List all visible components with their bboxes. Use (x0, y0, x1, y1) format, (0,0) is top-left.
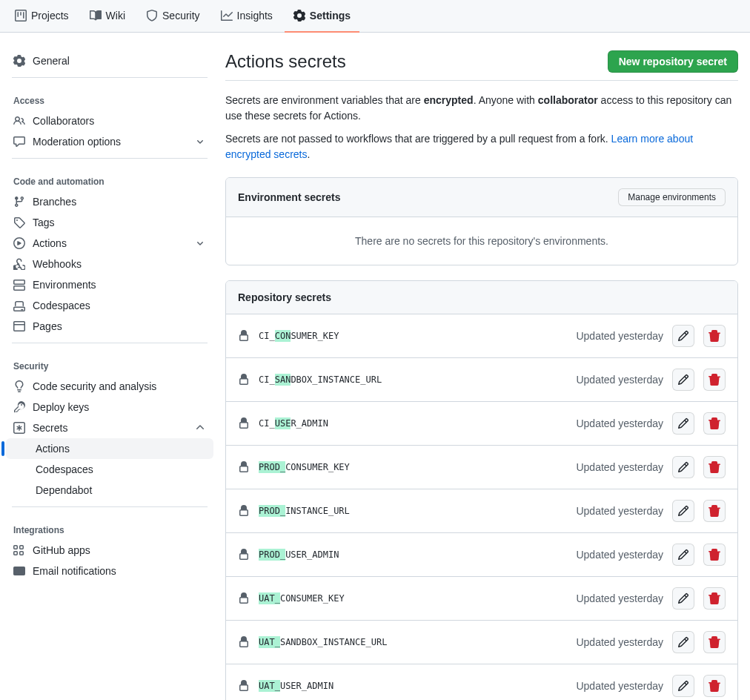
secret-name: CI_CONSUMER_KEY (259, 331, 339, 341)
graph-icon (221, 10, 233, 22)
server-icon (13, 279, 25, 291)
delete-secret-button[interactable] (703, 631, 726, 653)
new-repository-secret-button[interactable]: New repository secret (608, 50, 738, 73)
sidebar-secrets-actions[interactable]: Actions (6, 438, 213, 459)
sidebar-header-integrations: Integrations (6, 513, 213, 540)
delete-secret-button[interactable] (703, 675, 726, 697)
secret-name: PROD_USER_ADMIN (259, 549, 339, 560)
lock-icon (238, 330, 250, 342)
settings-sidebar: General Access Collaborators Moderation … (0, 33, 219, 700)
pencil-icon (677, 592, 689, 604)
trash-icon (708, 461, 720, 473)
codespaces-icon (13, 300, 25, 311)
tab-settings[interactable]: Settings (285, 0, 359, 33)
repo-tabs: Projects Wiki Security Insights Settings (0, 0, 750, 33)
chevron-up-icon (194, 422, 206, 434)
sidebar-actions[interactable]: Actions (6, 233, 213, 254)
delete-secret-button[interactable] (703, 500, 726, 522)
secret-updated: Updated yesterday (576, 505, 663, 517)
sidebar-collaborators[interactable]: Collaborators (6, 110, 213, 131)
sidebar-codespaces[interactable]: Codespaces (6, 295, 213, 316)
edit-secret-button[interactable] (672, 325, 694, 347)
delete-secret-button[interactable] (703, 544, 726, 566)
sidebar-tags[interactable]: Tags (6, 212, 213, 233)
secret-name: PROD_INSTANCE_URL (259, 506, 350, 516)
apps-icon (13, 544, 25, 556)
play-icon (13, 237, 25, 249)
edit-secret-button[interactable] (672, 369, 694, 391)
trash-icon (708, 417, 720, 429)
pencil-icon (677, 636, 689, 648)
pencil-icon (677, 417, 689, 429)
pencil-icon (677, 505, 689, 517)
delete-secret-button[interactable] (703, 369, 726, 391)
tab-wiki[interactable]: Wiki (81, 0, 134, 33)
chevron-down-icon (194, 136, 206, 148)
sidebar-general[interactable]: General (6, 50, 213, 71)
sidebar-branches[interactable]: Branches (6, 191, 213, 212)
secret-name: UAT_USER_ADMIN (259, 681, 333, 691)
tab-security[interactable]: Security (137, 0, 209, 33)
project-icon (15, 10, 27, 22)
sidebar-header-access: Access (6, 84, 213, 110)
sidebar-email-notifications[interactable]: Email notifications (6, 561, 213, 581)
sidebar-github-apps[interactable]: GitHub apps (6, 540, 213, 561)
secret-updated: Updated yesterday (576, 330, 663, 342)
env-secrets-empty: There are no secrets for this repository… (226, 217, 737, 265)
lock-icon (238, 680, 250, 692)
codescan-icon (13, 380, 25, 392)
delete-secret-button[interactable] (703, 412, 726, 435)
webhook-icon (13, 258, 25, 270)
secret-row: CI_CONSUMER_KEYUpdated yesterday (226, 314, 737, 357)
secret-name: CI_SANDBOX_INSTANCE_URL (259, 374, 382, 385)
key-icon (13, 401, 25, 413)
delete-secret-button[interactable] (703, 587, 726, 610)
lock-icon (238, 461, 250, 473)
sidebar-pages[interactable]: Pages (6, 316, 213, 337)
sidebar-webhooks[interactable]: Webhooks (6, 254, 213, 274)
delete-secret-button[interactable] (703, 456, 726, 478)
edit-secret-button[interactable] (672, 500, 694, 522)
secret-updated: Updated yesterday (576, 374, 663, 386)
sidebar-deploy-keys[interactable]: Deploy keys (6, 397, 213, 417)
edit-secret-button[interactable] (672, 544, 694, 566)
mail-icon (13, 565, 25, 577)
sidebar-secrets[interactable]: Secrets (6, 417, 213, 438)
secret-row: CI_SANDBOX_INSTANCE_URLUpdated yesterday (226, 357, 737, 401)
secret-name: PROD_CONSUMER_KEY (259, 462, 350, 472)
secret-updated: Updated yesterday (576, 592, 663, 604)
sidebar-environments[interactable]: Environments (6, 274, 213, 295)
environment-secrets-box: Environment secrets Manage environments … (225, 177, 738, 265)
lock-icon (238, 374, 250, 386)
trash-icon (708, 374, 720, 386)
pencil-icon (677, 461, 689, 473)
delete-secret-button[interactable] (703, 325, 726, 347)
trash-icon (708, 549, 720, 561)
edit-secret-button[interactable] (672, 675, 694, 697)
lock-icon (238, 592, 250, 604)
secret-name: UAT_SANDBOX_INSTANCE_URL (259, 637, 387, 647)
sidebar-moderation[interactable]: Moderation options (6, 131, 213, 152)
tab-insights[interactable]: Insights (212, 0, 282, 33)
trash-icon (708, 592, 720, 604)
secret-updated: Updated yesterday (576, 549, 663, 561)
edit-secret-button[interactable] (672, 631, 694, 653)
edit-secret-button[interactable] (672, 412, 694, 435)
secret-row: PROD_INSTANCE_URLUpdated yesterday (226, 489, 737, 532)
sidebar-code-security[interactable]: Code security and analysis (6, 376, 213, 397)
trash-icon (708, 636, 720, 648)
lock-icon (238, 636, 250, 648)
lock-icon (238, 505, 250, 517)
secret-row: CI_USER_ADMINUpdated yesterday (226, 401, 737, 445)
tab-projects[interactable]: Projects (6, 0, 78, 33)
repository-secrets-box: Repository secrets CI_CONSUMER_KEYUpdate… (225, 280, 738, 700)
sidebar-secrets-codespaces[interactable]: Codespaces (6, 459, 213, 480)
book-icon (90, 10, 102, 22)
manage-environments-button[interactable]: Manage environments (618, 188, 726, 206)
sidebar-secrets-dependabot[interactable]: Dependabot (6, 480, 213, 501)
edit-secret-button[interactable] (672, 456, 694, 478)
lock-icon (238, 417, 250, 429)
git-branch-icon (13, 196, 25, 208)
secret-row: PROD_USER_ADMINUpdated yesterday (226, 532, 737, 576)
edit-secret-button[interactable] (672, 587, 694, 610)
